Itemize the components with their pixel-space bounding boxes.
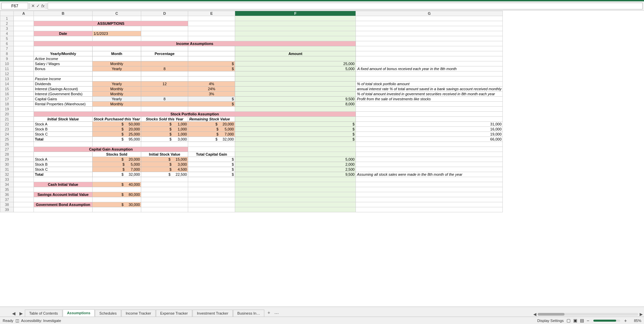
interest-savings-pct[interactable]: 24%	[188, 87, 235, 92]
normal-view-icon[interactable]: ▢	[567, 318, 571, 323]
bonus-amount[interactable]: 5,000	[235, 66, 356, 71]
salary-dollar[interactable]: $	[188, 61, 235, 66]
active-income-label[interactable]: Active Income	[34, 56, 93, 61]
accessibility-label[interactable]: Accessibility: Investigate	[21, 319, 61, 323]
stockC-remaining-dollar[interactable]: $	[235, 132, 356, 137]
stock-total-init[interactable]: $ 95,000	[93, 137, 141, 142]
cg-stockA-gain[interactable]: 5,000	[235, 157, 356, 162]
tab-table-of-contents[interactable]: Table of Contents	[25, 310, 62, 317]
stock-init-val-header[interactable]: Initial Stock Value	[34, 117, 93, 122]
cg-stockA-sold[interactable]: $ 20,000	[93, 157, 141, 162]
cg-stockC-gain[interactable]: 2,500	[235, 167, 356, 172]
stockC-init[interactable]: $ 25,000	[93, 132, 141, 137]
tab-assumptions[interactable]: Assumptions	[63, 309, 95, 317]
interest-bonds-pct[interactable]: 3%	[188, 92, 235, 97]
cg-stockB-gain[interactable]: 2,000	[235, 162, 356, 167]
rental-amount[interactable]: 8,000	[235, 102, 356, 107]
rental-label[interactable]: Rental Properties (Warehouse)	[34, 102, 93, 107]
cg-stockA-init[interactable]: $ 15,000	[141, 157, 188, 162]
date-value[interactable]: 1/1/2023	[93, 31, 141, 36]
cg-total-gain[interactable]: 9,500	[235, 172, 356, 177]
cg-stockA-label[interactable]: Stock A	[34, 157, 93, 162]
stockC-label[interactable]: Stock C	[34, 132, 93, 137]
capital-gains-dollar[interactable]: $	[188, 97, 235, 102]
stockC-sold[interactable]: $ 7,000	[188, 132, 235, 137]
col-month[interactable]: Month	[93, 51, 141, 56]
gov-bond-label[interactable]: Government Bond Assumption	[34, 202, 93, 207]
cg-stocks-sold-header[interactable]: Stocks Sold	[93, 152, 141, 157]
stock-purchased-header[interactable]: Stock Purchased this Year	[93, 117, 141, 122]
assumptions-title[interactable]: ASSUMPTIONS	[34, 21, 188, 26]
stockA-remaining-dollar[interactable]: $	[235, 122, 356, 127]
date-label[interactable]: Date	[34, 31, 93, 36]
capital-gains-label[interactable]: Capital Gains	[34, 97, 93, 102]
stock-total-remaining[interactable]: 66,000	[356, 137, 503, 142]
cg-stockC-label[interactable]: Stock C	[34, 167, 93, 172]
bonus-dollar[interactable]: $	[188, 66, 235, 71]
cg-stockB-gain-dollar[interactable]: $	[188, 162, 235, 167]
display-settings-label[interactable]: Display Settings	[537, 319, 564, 323]
col-percentage[interactable]: Percentage	[141, 51, 188, 56]
stock-total-purchased[interactable]: $ 3,000	[141, 137, 188, 142]
savings-init-value[interactable]: $ 80,000	[93, 192, 141, 197]
capital-gains-frequency[interactable]: Yearly	[93, 97, 141, 102]
cg-stockC-sold[interactable]: $ 7,000	[93, 167, 141, 172]
cancel-icon[interactable]: ✕	[31, 3, 35, 8]
stock-portfolio-header[interactable]: Stock Portfolio Assumption	[34, 112, 356, 117]
col-header-D[interactable]: D	[141, 11, 188, 16]
interest-bonds-label[interactable]: Interest (Government Bonds)	[34, 92, 93, 97]
col-header-A[interactable]: A	[14, 11, 34, 16]
sheet-scroll-right[interactable]: ▶	[640, 312, 643, 317]
dividends-frequency[interactable]: Yearly	[93, 82, 141, 87]
stockA-sold[interactable]: $ 20,000	[188, 122, 235, 127]
cg-stockB-label[interactable]: Stock B	[34, 162, 93, 167]
function-icon[interactable]: fx	[41, 3, 45, 8]
salary-frequency[interactable]: Monthly	[93, 61, 141, 66]
stockA-init[interactable]: $ 50,000	[93, 122, 141, 127]
stock-remaining-header[interactable]: Remaining Stock Value	[188, 117, 235, 122]
dividends-pct[interactable]: 4%	[188, 82, 235, 87]
rental-dollar[interactable]: $	[188, 102, 235, 107]
stockB-purchased[interactable]: $ 1,000	[141, 127, 188, 132]
cg-total-label[interactable]: Total	[34, 172, 93, 177]
dividends-label[interactable]: Dividends	[34, 82, 93, 87]
savings-init-label[interactable]: Savings Account Initial Value	[34, 192, 93, 197]
cg-total-header[interactable]: Total Capital Gain	[188, 152, 235, 157]
stock-total-remaining-dollar[interactable]: $	[235, 137, 356, 142]
cell-reference[interactable]	[1, 3, 28, 9]
col-amount[interactable]: Amount	[235, 51, 356, 56]
stockA-remaining[interactable]: 31,000	[356, 122, 503, 127]
interest-savings-label[interactable]: Interest (Savings Account)	[34, 87, 93, 92]
capital-gains-month[interactable]: 8	[141, 97, 188, 102]
income-assumptions-header[interactable]: Income Assumptions	[34, 41, 356, 46]
cg-init-val-header[interactable]: Initial Stock Value	[141, 152, 188, 157]
stockB-remaining[interactable]: 16,000	[356, 127, 503, 132]
zoom-out-icon[interactable]: −	[587, 318, 589, 323]
tab-schedules[interactable]: Schedules	[95, 310, 121, 317]
sheet-nav-right[interactable]: ▶	[17, 310, 25, 317]
col-header-F[interactable]: F	[235, 11, 356, 16]
bonus-label[interactable]: Bonus	[34, 66, 93, 71]
tab-business-in[interactable]: Business In…	[233, 310, 265, 317]
stock-sold-header[interactable]: Stocks Sold this Year	[141, 117, 188, 122]
page-break-icon[interactable]: ▤	[580, 318, 584, 323]
sheet-scroll-left[interactable]: ◀	[533, 312, 536, 317]
zoom-level[interactable]: 85%	[630, 319, 641, 323]
cg-total-sold[interactable]: $ 32,000	[93, 172, 141, 177]
rental-frequency[interactable]: Monthly	[93, 102, 141, 107]
col-header-B[interactable]: B	[34, 11, 93, 16]
salary-amount[interactable]: 25,000	[235, 61, 356, 66]
confirm-icon[interactable]: ✓	[36, 3, 40, 8]
gov-bond-value[interactable]: $ 30,000	[93, 202, 141, 207]
zoom-in-icon[interactable]: +	[624, 318, 627, 323]
add-sheet-button[interactable]: +	[265, 309, 273, 317]
col-header-E[interactable]: E	[188, 11, 235, 16]
capital-gains-amount[interactable]: 9,500	[235, 97, 356, 102]
formula-input[interactable]	[48, 3, 643, 9]
stockB-label[interactable]: Stock B	[34, 127, 93, 132]
cash-init-label[interactable]: Cash Initial Value	[34, 182, 93, 187]
cg-stockB-sold[interactable]: $ 5,000	[93, 162, 141, 167]
dividends-month[interactable]: 12	[141, 82, 188, 87]
tab-expense-tracker[interactable]: Expense Tracker	[156, 310, 193, 317]
tab-income-tracker[interactable]: Income Tracker	[121, 310, 156, 317]
